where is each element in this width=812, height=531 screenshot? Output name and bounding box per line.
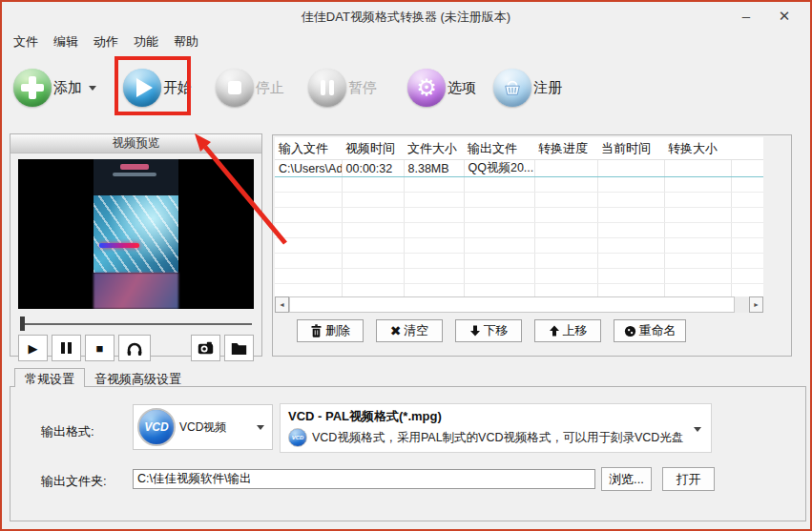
settings-tabs: 常规设置 音视频高级设置: [14, 368, 191, 387]
stop-label: 停止: [256, 79, 284, 97]
start-label: 开始: [163, 79, 192, 97]
tab-advanced-settings[interactable]: 音视频高级设置: [85, 368, 191, 387]
preview-play-button[interactable]: ▶: [18, 335, 48, 361]
menu-action[interactable]: 动作: [86, 31, 126, 51]
cell-file-size[interactable]: 8.38MB: [404, 160, 464, 177]
cell-input-file[interactable]: C:\Users\Ad...: [275, 160, 342, 177]
col-file-size[interactable]: 文件大小: [404, 137, 464, 160]
clear-x-icon: ✖: [390, 323, 402, 338]
menu-bar: 文件 编辑 动作 功能 帮助: [6, 31, 206, 51]
folder-icon: [231, 341, 247, 355]
tab-general-settings[interactable]: 常规设置: [14, 368, 85, 387]
toolbar: 添加 开始 停止 暂停 ⚙ 选项 注册: [2, 55, 810, 120]
add-label: 添加: [53, 79, 82, 97]
col-output-file[interactable]: 输出文件: [464, 137, 534, 160]
output-format-label: 输出格式:: [41, 423, 94, 440]
pause-icon: [308, 69, 346, 107]
delete-label: 删除: [325, 322, 350, 339]
table-empty-row: [275, 208, 763, 223]
table-empty-row: [275, 177, 763, 193]
headphones-icon: [126, 341, 143, 356]
move-down-button[interactable]: 下移: [455, 319, 522, 342]
cell-current-time[interactable]: [597, 160, 664, 177]
format-profile-select[interactable]: VCD - PAL视频格式(*.mpg) VCD VCD视频格式，采用PAL制式…: [280, 403, 712, 453]
preview-pause-button[interactable]: [52, 335, 81, 361]
browse-button[interactable]: 浏览...: [601, 467, 652, 491]
table-empty-row: [275, 193, 763, 208]
play-icon: [123, 69, 161, 107]
register-label: 注册: [533, 79, 562, 97]
app-window: { "window": { "title": "佳佳DAT视频格式转换器 (未注…: [0, 0, 812, 531]
pause-label: 暂停: [348, 79, 377, 97]
list-action-bar: 删除 ✖ 清空 下移 上移 重命名: [297, 319, 686, 342]
rename-icon: [624, 325, 636, 337]
cell-output-size[interactable]: [664, 160, 731, 177]
table-header-row[interactable]: 输入文件 视频时间 文件大小 输出文件 转换进度 当前时间 转换大小: [275, 137, 763, 160]
preview-seek-slider[interactable]: [18, 317, 254, 331]
vcd-icon: VCD: [137, 408, 176, 446]
col-output-size[interactable]: 转换大小: [664, 137, 731, 160]
preview-stop-button[interactable]: ■: [85, 335, 115, 361]
minimize-button[interactable]: –: [732, 6, 760, 27]
scroll-right-arrow-icon[interactable]: ►: [749, 296, 763, 313]
preview-panel-title: 视频预览: [10, 134, 261, 153]
horizontal-scrollbar[interactable]: ◄ ►: [275, 296, 763, 313]
preview-audio-button[interactable]: [118, 335, 151, 361]
open-folder-button[interactable]: [224, 335, 254, 361]
gear-icon: ⚙: [407, 69, 446, 107]
options-button[interactable]: ⚙ 选项: [407, 69, 476, 107]
menu-help[interactable]: 帮助: [166, 31, 206, 51]
clear-button[interactable]: ✖ 清空: [376, 319, 443, 342]
video-thumbnail: [94, 159, 178, 309]
preview-controls: ▶ ■: [18, 335, 254, 361]
arrow-down-icon: [469, 324, 481, 337]
table-empty-row: [275, 254, 763, 269]
table-row[interactable]: C:\Users\Ad... 00:00:32 8.38MB QQ视频20...: [275, 160, 763, 177]
menu-file[interactable]: 文件: [6, 31, 46, 51]
window-title: 佳佳DAT视频格式转换器 (未注册版本): [2, 9, 810, 26]
delete-button[interactable]: 删除: [297, 319, 364, 342]
add-dropdown-caret-icon[interactable]: [89, 86, 96, 91]
file-table[interactable]: 输入文件 视频时间 文件大小 输出文件 转换进度 当前时间 转换大小 C:\Us…: [275, 137, 763, 299]
close-button[interactable]: ✕: [770, 6, 799, 27]
add-button[interactable]: 添加: [13, 69, 96, 107]
stop-button: 停止: [216, 69, 284, 107]
move-up-label: 上移: [563, 322, 588, 339]
arrow-up-icon: [549, 324, 560, 337]
play-icon: ▶: [29, 341, 38, 356]
open-button[interactable]: 打开: [662, 467, 715, 491]
table-empty-row: [275, 238, 763, 254]
snapshot-button[interactable]: [191, 335, 220, 361]
cell-video-time[interactable]: 00:00:32: [342, 160, 404, 177]
menu-function[interactable]: 功能: [126, 31, 166, 51]
start-button[interactable]: 开始: [123, 69, 192, 107]
pause-button: 暂停: [308, 69, 377, 107]
video-preview-panel: 视频预览 ▶ ■: [10, 133, 262, 357]
output-folder-input[interactable]: [133, 469, 595, 489]
format-title: VCD - PAL视频格式(*.mpg): [288, 408, 688, 425]
col-input-file[interactable]: 输入文件: [275, 137, 342, 160]
cell-progress[interactable]: [534, 160, 597, 177]
trash-icon: [310, 324, 323, 337]
register-button[interactable]: 注册: [493, 69, 562, 107]
chevron-down-icon: [257, 425, 264, 430]
table-empty-row: [275, 269, 763, 284]
scrollbar-thumb[interactable]: [289, 296, 735, 313]
chevron-down-icon: [694, 427, 701, 432]
seek-slider-thumb[interactable]: [20, 317, 25, 331]
options-label: 选项: [448, 79, 476, 97]
vcd-small-icon: VCD: [288, 428, 307, 447]
col-progress[interactable]: 转换进度: [534, 137, 597, 160]
scroll-left-arrow-icon[interactable]: ◄: [275, 296, 289, 313]
format-category-select[interactable]: VCD VCD视频: [133, 404, 273, 450]
stop-icon: ■: [96, 341, 104, 356]
clear-label: 清空: [404, 322, 428, 339]
menu-edit[interactable]: 编辑: [46, 31, 86, 51]
pause-icon: [61, 342, 72, 354]
rename-button[interactable]: 重命名: [614, 319, 686, 342]
cell-output-file[interactable]: QQ视频20...: [464, 160, 534, 177]
title-bar: 佳佳DAT视频格式转换器 (未注册版本) – ✕: [2, 2, 810, 31]
col-video-time[interactable]: 视频时间: [342, 137, 404, 160]
move-up-button[interactable]: 上移: [534, 319, 601, 342]
col-current-time[interactable]: 当前时间: [597, 137, 664, 160]
